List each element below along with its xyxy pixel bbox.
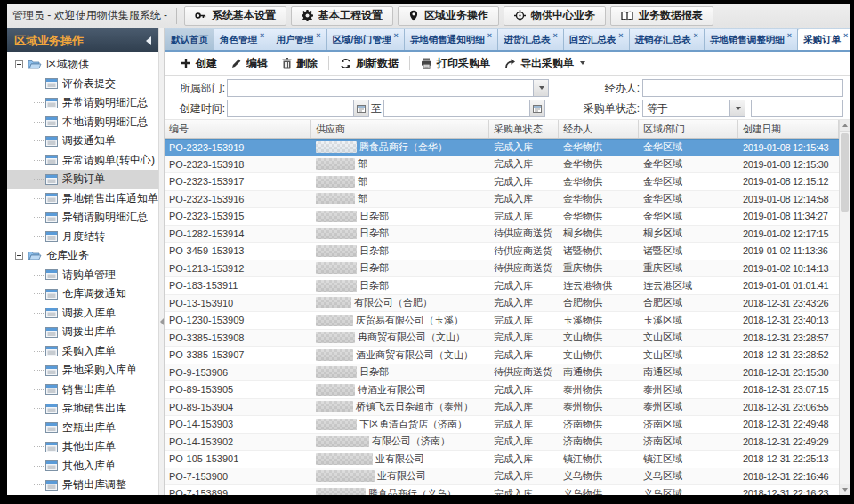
agent-field[interactable] xyxy=(642,79,843,97)
table-row[interactable]: PO-2323-153919腾食品商行（金华）完成入库金华物供金华区域2019-… xyxy=(165,139,839,156)
collapse-toggle-icon[interactable] xyxy=(15,60,23,68)
table-row[interactable]: PO-14-153902有限公司（济南）完成入库济南物供济南区域2018-12-… xyxy=(165,434,839,452)
collapse-left-icon[interactable] xyxy=(146,36,151,45)
table-row[interactable]: PO-7-153900业有限公司完成入库义乌物供义乌区域2018-12-31 2… xyxy=(165,468,839,486)
calendar-trigger[interactable] xyxy=(353,100,368,116)
column-header[interactable]: 经办人 xyxy=(559,120,639,138)
tab[interactable]: 默认首页 xyxy=(165,29,214,50)
tree-item[interactable]: 异常请购明细汇总 xyxy=(7,93,158,113)
dropdown-trigger[interactable] xyxy=(729,100,745,116)
table-row[interactable]: PO-1282-153914日杂部待供应商送货桐乡物供桐乡区域2019-01-0… xyxy=(165,226,839,244)
created-from-input[interactable] xyxy=(228,100,353,116)
close-icon[interactable]: × xyxy=(316,32,320,40)
tree-item[interactable]: 销售出库单 xyxy=(7,380,158,400)
scroll-down-button[interactable] xyxy=(840,484,850,495)
tree-item[interactable]: 异地销售出库 xyxy=(7,399,158,419)
table-row[interactable]: PO-2323-153917部完成入库金华物供金华区域2019-01-08 12… xyxy=(165,173,839,191)
tree-folder[interactable]: 仓库业务 xyxy=(7,246,158,266)
status-operator-combobox[interactable]: 等于 xyxy=(642,100,745,117)
tab[interactable]: 异地销售通知明细× xyxy=(405,29,498,50)
menubar-item[interactable]: 区域业务操作 xyxy=(398,6,499,26)
close-icon[interactable]: × xyxy=(487,32,492,40)
table-row[interactable]: PO-3459-153913日杂部待供应商送货诸暨物供诸暨区域2019-01-0… xyxy=(165,243,839,260)
department-combobox[interactable] xyxy=(227,79,549,97)
tree-item[interactable]: 其他入库单 xyxy=(7,457,158,476)
menubar-item[interactable]: 物供中心业务 xyxy=(504,6,606,26)
toolbar-button[interactable]: 创建 xyxy=(173,53,224,74)
column-header[interactable]: 采购单状态 xyxy=(489,120,559,138)
created-to-datefield[interactable] xyxy=(383,100,545,117)
tab[interactable]: 进货汇总表× xyxy=(498,29,564,50)
department-input[interactable] xyxy=(228,80,533,96)
toolbar-button[interactable]: 导出采购单 xyxy=(497,53,592,74)
table-row[interactable]: PO-89-153905特酒业有限公司完成入库泰州物供泰州区域2018-12-3… xyxy=(165,381,839,399)
close-icon[interactable]: × xyxy=(618,32,623,40)
table-row[interactable]: PO-1213-153912日杂部待供应商送货重庆物供重庆区域2019-01-0… xyxy=(165,260,839,278)
tab[interactable]: 采购订单× xyxy=(798,29,850,50)
tree-item[interactable]: 异常请购单(转中心) xyxy=(7,151,158,171)
table-row[interactable]: PO-13-153910有限公司（合肥）完成入库合肥物供合肥区域2018-12-… xyxy=(165,295,839,313)
tree-item[interactable]: 请购单管理 xyxy=(7,266,158,285)
tab[interactable]: 用户管理× xyxy=(270,29,326,50)
tree-item[interactable]: 空瓶出库单 xyxy=(7,419,158,438)
tab[interactable]: 异地销售调整明细× xyxy=(705,29,798,50)
scrollbar-thumb[interactable] xyxy=(841,133,849,212)
toolbar-button[interactable]: 删除 xyxy=(275,53,325,74)
table-row[interactable]: PO-3385-153908冉商贸有限公司（文山）完成入库文山物供文山区域201… xyxy=(165,330,839,348)
table-row[interactable]: PO-89-153904桥镇飞云日杂超市（泰州）完成入库泰州物供泰州区域2018… xyxy=(165,399,839,417)
tree-item[interactable]: 本地请购明细汇总 xyxy=(7,113,158,132)
table-row[interactable]: PO-7-153899腾食品商行（义乌）完成入库义乌物供义乌区域2018-12-… xyxy=(165,485,839,495)
created-from-datefield[interactable] xyxy=(227,100,369,117)
close-icon[interactable]: × xyxy=(694,32,698,40)
tree-item[interactable]: 异地销售出库通知单 xyxy=(7,189,158,209)
tab[interactable]: 进销存汇总表× xyxy=(630,29,705,50)
column-header[interactable]: 创建日期 xyxy=(738,120,839,138)
tree-item[interactable]: 月度结转 xyxy=(7,228,158,247)
menubar-item[interactable]: 业务数据报表 xyxy=(610,6,713,26)
column-header[interactable]: 区域/部门 xyxy=(639,120,738,138)
tree-item[interactable]: 异销请购明细汇总 xyxy=(7,208,158,228)
tab[interactable]: 区域/部门管理× xyxy=(327,29,405,50)
dropdown-trigger[interactable] xyxy=(533,80,548,96)
toolbar-button[interactable]: 编辑 xyxy=(224,53,275,74)
tab[interactable]: 角色管理× xyxy=(214,29,270,50)
panel-splitter[interactable] xyxy=(158,28,165,495)
toolbar-button[interactable]: 打印采购单 xyxy=(414,53,497,74)
table-row[interactable]: PO-2323-153918部完成入库金华物供金华区域2019-01-08 12… xyxy=(165,156,839,174)
close-icon[interactable]: × xyxy=(787,32,792,40)
tree-item[interactable]: 异销出库调整 xyxy=(7,476,158,495)
close-icon[interactable]: × xyxy=(260,32,264,40)
created-to-input[interactable] xyxy=(384,100,529,116)
close-icon[interactable]: × xyxy=(843,32,848,40)
collapse-toggle-icon[interactable] xyxy=(15,252,23,260)
menubar-item[interactable]: 系统基本设置 xyxy=(184,6,286,26)
status-value-input[interactable] xyxy=(752,100,842,116)
tree-item[interactable]: 调拨通知单 xyxy=(7,132,158,151)
menubar-item[interactable]: 基本工程设置 xyxy=(291,6,393,26)
table-row[interactable]: PO-105-153901业有限公司完成入库镇江物供镇江区域2018-12-31… xyxy=(165,451,839,468)
table-row[interactable]: PO-1230-153909庆贸易有限公司（玉溪）完成入库玉溪物供玉溪区域201… xyxy=(165,312,839,330)
close-icon[interactable]: × xyxy=(393,32,398,40)
tree-item[interactable]: 调拨出库单 xyxy=(7,323,158,342)
table-row[interactable]: PO-183-153911日杂部完成入库连云港物供连云港区域2019-01-01… xyxy=(165,277,839,295)
tab[interactable]: 回空汇总表× xyxy=(564,29,630,50)
table-row[interactable]: PO-9-153906日杂部待供应商送货南通物供南通区域2018-12-31 2… xyxy=(165,364,839,382)
tree-item[interactable]: 采购订单 xyxy=(7,170,158,189)
tree-folder[interactable]: 区域物供 xyxy=(7,55,158,75)
status-value-field[interactable] xyxy=(751,100,843,117)
table-row[interactable]: PO-2323-153915日杂部完成入库金华物供金华区域2019-01-08 … xyxy=(165,208,839,226)
tree-item[interactable]: 仓库调拨通知 xyxy=(7,284,158,304)
table-row[interactable]: PO-2323-153916部完成入库金华物供金华区域2019-01-08 12… xyxy=(165,191,839,209)
splitter-collapse-icon[interactable] xyxy=(160,318,164,325)
tree-item[interactable]: 调拨入库单 xyxy=(7,304,158,324)
calendar-trigger[interactable] xyxy=(529,100,544,116)
toolbar-button[interactable]: 刷新数据 xyxy=(333,53,406,74)
close-icon[interactable]: × xyxy=(552,32,557,40)
column-header[interactable]: 编号 xyxy=(165,120,311,138)
vertical-scrollbar[interactable] xyxy=(839,120,850,495)
tree-item[interactable]: 评价表提交 xyxy=(7,75,158,94)
table-row[interactable]: PO-14-153903下区勇清百货店（济南）完成入库济南物供济南区域2018-… xyxy=(165,416,839,434)
tree-item[interactable]: 采购入库单 xyxy=(7,342,158,362)
tree-item[interactable]: 异地采购入库单 xyxy=(7,361,158,380)
tree-item[interactable]: 其他出库单 xyxy=(7,437,158,457)
